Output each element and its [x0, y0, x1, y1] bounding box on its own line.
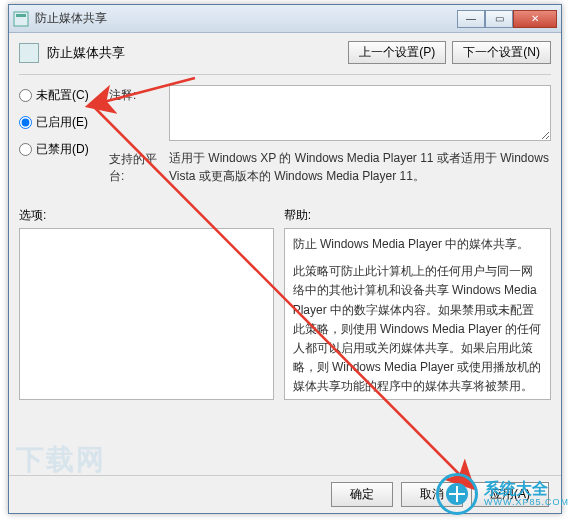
right-column: 注释: 支持的平台: 适用于 Windows XP 的 Windows Medi…	[109, 85, 551, 193]
policy-icon	[19, 43, 39, 63]
radio-not-configured-input[interactable]	[19, 89, 32, 102]
help-paragraph-2: 此策略可防止此计算机上的任何用户与同一网络中的其他计算机和设备共享 Window…	[293, 262, 542, 396]
radio-disabled-input[interactable]	[19, 143, 32, 156]
header-row: 防止媒体共享 上一个设置(P) 下一个设置(N)	[19, 41, 551, 64]
help-column: 帮助: 防止 Windows Media Player 中的媒体共享。 此策略可…	[284, 207, 551, 400]
help-paragraph-1: 防止 Windows Media Player 中的媒体共享。	[293, 235, 542, 254]
radio-enabled[interactable]: 已启用(E)	[19, 114, 109, 131]
config-row: 未配置(C) 已启用(E) 已禁用(D) 注释: 支持的平台:	[19, 85, 551, 193]
dialog-content: 防止媒体共享 上一个设置(P) 下一个设置(N) 未配置(C) 已启用(E)	[9, 33, 561, 408]
comment-row: 注释:	[109, 85, 551, 141]
ok-button[interactable]: 确定	[331, 482, 393, 507]
policy-title: 防止媒体共享	[47, 44, 348, 62]
close-button[interactable]: ✕	[513, 10, 557, 28]
titlebar: 防止媒体共享 — ▭ ✕	[9, 5, 561, 33]
options-column: 选项:	[19, 207, 274, 400]
dialog-footer: 确定 取消 应用(A)	[9, 475, 561, 513]
window-title: 防止媒体共享	[35, 10, 457, 27]
minimize-button[interactable]: —	[457, 10, 485, 28]
previous-setting-button[interactable]: 上一个设置(P)	[348, 41, 446, 64]
maximize-button[interactable]: ▭	[485, 10, 513, 28]
options-box	[19, 228, 274, 400]
radio-enabled-label: 已启用(E)	[36, 114, 88, 131]
options-label: 选项:	[19, 207, 274, 224]
divider	[19, 74, 551, 75]
svg-rect-1	[16, 14, 26, 17]
comment-input[interactable]	[169, 85, 551, 141]
next-setting-button[interactable]: 下一个设置(N)	[452, 41, 551, 64]
radio-group: 未配置(C) 已启用(E) 已禁用(D)	[19, 85, 109, 193]
platform-row: 支持的平台: 适用于 Windows XP 的 Windows Media Pl…	[109, 149, 551, 185]
nav-buttons: 上一个设置(P) 下一个设置(N)	[348, 41, 551, 64]
platform-text: 适用于 Windows XP 的 Windows Media Player 11…	[169, 149, 551, 185]
radio-enabled-input[interactable]	[19, 116, 32, 129]
lower-section: 选项: 帮助: 防止 Windows Media Player 中的媒体共享。 …	[19, 207, 551, 400]
cancel-button[interactable]: 取消	[401, 482, 463, 507]
radio-not-configured[interactable]: 未配置(C)	[19, 87, 109, 104]
comment-label: 注释:	[109, 85, 169, 141]
platform-label: 支持的平台:	[109, 149, 169, 185]
apply-button[interactable]: 应用(A)	[471, 482, 549, 507]
help-label: 帮助:	[284, 207, 551, 224]
radio-not-configured-label: 未配置(C)	[36, 87, 89, 104]
window-buttons: — ▭ ✕	[457, 10, 557, 28]
radio-disabled[interactable]: 已禁用(D)	[19, 141, 109, 158]
app-icon	[13, 11, 29, 27]
dialog-window: 防止媒体共享 — ▭ ✕ 防止媒体共享 上一个设置(P) 下一个设置(N) 未配…	[8, 4, 562, 514]
help-box: 防止 Windows Media Player 中的媒体共享。 此策略可防止此计…	[284, 228, 551, 400]
radio-disabled-label: 已禁用(D)	[36, 141, 89, 158]
